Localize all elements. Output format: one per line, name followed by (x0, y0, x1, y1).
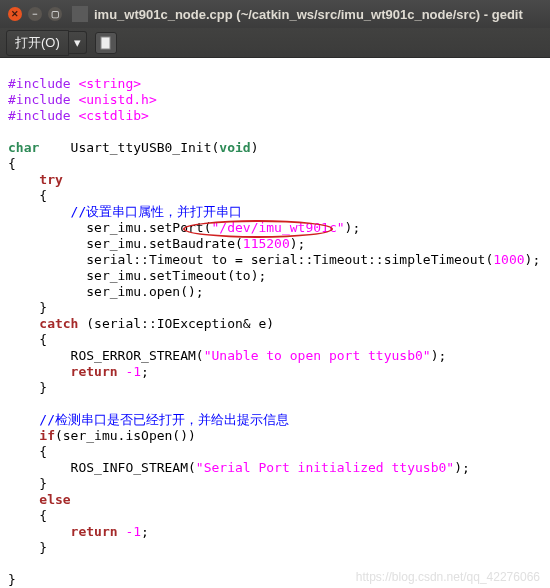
code-text: (serial::IOException& e) (78, 316, 274, 331)
string-literal: "Serial Port initialized ttyusb0" (196, 460, 454, 475)
code-text: ser_imu.open(); (8, 284, 204, 299)
brace: } (8, 476, 47, 491)
preproc: #include (8, 76, 78, 91)
brace: { (8, 332, 47, 347)
code-text: ); (290, 236, 306, 251)
code-text: ROS_INFO_STREAM( (8, 460, 196, 475)
chevron-down-icon: ▾ (74, 35, 81, 50)
code-text: ser_imu.setBaudrate( (8, 236, 243, 251)
code-text: ser_imu.setPort( (8, 220, 212, 235)
include-path: <unistd.h> (78, 92, 156, 107)
brace: { (8, 156, 16, 171)
number-literal: 1000 (493, 252, 524, 267)
window-title: imu_wt901c_node.cpp (~/catkin_ws/src/imu… (94, 7, 523, 22)
keyword: char (8, 140, 39, 155)
brace: } (8, 540, 47, 555)
minimize-icon[interactable]: − (28, 7, 42, 21)
brace: { (8, 444, 47, 459)
code-text: ROS_ERROR_STREAM( (8, 348, 204, 363)
toolbar: 打开(O) ▾ (0, 28, 550, 58)
code-editor[interactable]: #include <string> #include <unistd.h> #i… (0, 58, 550, 588)
comment: //设置串口属性，并打开串口 (8, 204, 242, 219)
keyword: try (8, 172, 63, 187)
number-literal: -1 (125, 364, 141, 379)
open-button[interactable]: 打开(O) (6, 30, 69, 56)
code-text: ; (141, 364, 149, 379)
include-path: <string> (78, 76, 141, 91)
code-text: ); (345, 220, 361, 235)
document-icon (99, 36, 113, 50)
number-literal: -1 (125, 524, 141, 539)
include-path: <cstdlib> (78, 108, 148, 123)
code-text: ser_imu.setTimeout(to); (8, 268, 266, 283)
brace: } (8, 380, 47, 395)
keyword: return (8, 364, 125, 379)
app-icon (72, 6, 88, 22)
code-text: ; (141, 524, 149, 539)
brace: } (8, 300, 47, 315)
code-text: serial::Timeout to = serial::Timeout::si… (8, 252, 493, 267)
open-dropdown-button[interactable]: ▾ (69, 31, 87, 54)
code-text: ); (525, 252, 541, 267)
preproc: #include (8, 92, 78, 107)
brace: { (8, 508, 47, 523)
preproc: #include (8, 108, 78, 123)
window-titlebar: ✕ − ▢ imu_wt901c_node.cpp (~/catkin_ws/s… (0, 0, 550, 28)
watermark: https://blog.csdn.net/qq_42276066 (356, 570, 540, 584)
number-literal: 115200 (243, 236, 290, 251)
maximize-icon[interactable]: ▢ (48, 7, 62, 21)
code-text: ) (251, 140, 259, 155)
keyword: catch (8, 316, 78, 331)
keyword: void (219, 140, 250, 155)
new-document-button[interactable] (95, 32, 117, 54)
code-text: (ser_imu.isOpen()) (55, 428, 196, 443)
code-text: Usart_ttyUSB0_Init( (39, 140, 219, 155)
keyword: else (8, 492, 71, 507)
brace: { (8, 188, 47, 203)
close-icon[interactable]: ✕ (8, 7, 22, 21)
window-controls: ✕ − ▢ (8, 7, 62, 21)
string-literal: "/dev/imu_wt901c" (212, 220, 345, 235)
svg-rect-0 (101, 37, 110, 49)
comment: //检测串口是否已经打开，并给出提示信息 (8, 412, 289, 427)
keyword: if (8, 428, 55, 443)
keyword: return (8, 524, 125, 539)
code-text: ); (431, 348, 447, 363)
brace: } (8, 572, 16, 587)
code-text: ); (454, 460, 470, 475)
string-literal: "Unable to open port ttyusb0" (204, 348, 431, 363)
